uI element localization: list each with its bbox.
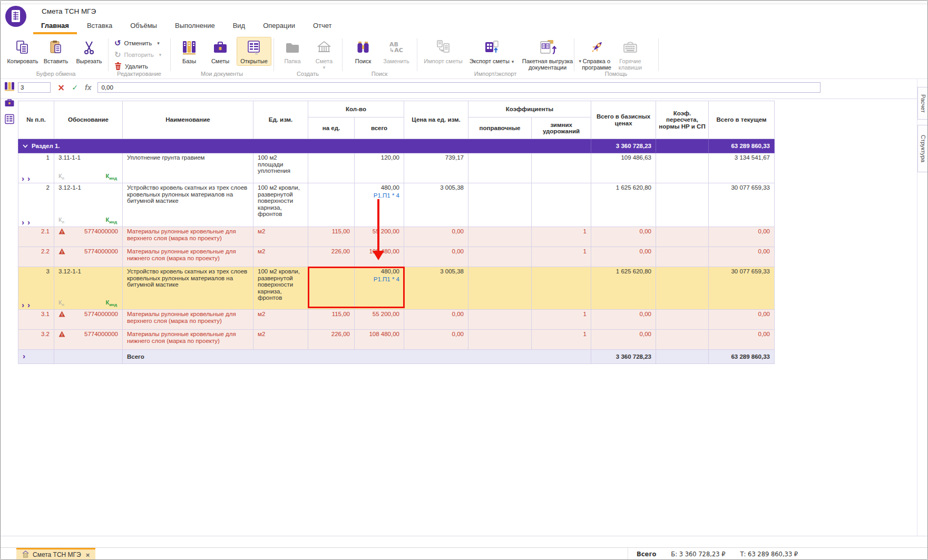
cell-total-base[interactable]: 0,00 [591,227,656,247]
copy-button[interactable]: Копировать [5,37,41,66]
chevron-down-icon[interactable]: ▾ [157,41,160,46]
cell-num[interactable]: 2 ›› [18,183,54,227]
cell-code[interactable]: 3.11-1-1 КпКинд [54,153,123,183]
expand-chevrons-icon[interactable]: ›› [22,219,33,225]
cell-code[interactable]: ! 5774000000 [54,227,123,247]
kp-badge[interactable]: Кп [58,173,64,182]
cell-name[interactable]: Материалы рулонные кровельные для верхне… [123,310,253,330]
side-tab-calculation[interactable]: Расчет [917,87,928,120]
cell-unit[interactable]: 100 м2 кровли, развернутой поверхности к… [253,267,308,310]
qty-formula-link[interactable]: Р1.П1 * 4 [359,192,399,199]
tab-vypolnenie[interactable]: Выполнение [166,19,224,34]
kp-badge[interactable]: Кп [58,217,64,225]
section-row[interactable]: Раздел 1. 3 360 728,23 63 289 860,33 [18,139,775,153]
cell-num[interactable]: 3.1 [18,310,54,330]
cell-coef-corr[interactable] [468,330,532,350]
cell-num[interactable]: 2.2 [18,247,54,267]
cell-qty-per[interactable]: 115,00 [308,310,355,330]
cell-price[interactable]: 3 005,38 [404,183,468,227]
cell-coef-winter[interactable] [532,267,591,310]
cell-qty-per[interactable]: 226,00 [308,247,355,267]
tab-obyomy[interactable]: Объёмы [121,19,166,34]
cell-name[interactable]: Устройство кровель скатных из трех слоев… [123,183,253,227]
cell-total-base[interactable]: 0,00 [591,310,656,330]
cell-expand[interactable]: › [18,350,54,364]
cell-total-current[interactable]: 30 077 659,33 [709,267,775,310]
cell-coef-winter[interactable]: 1 [532,330,591,350]
tab-otchet[interactable]: Отчет [304,19,341,34]
cell-coef-winter[interactable]: 1 [532,247,591,267]
cell-name[interactable]: Материалы рулонные кровельные для нижнег… [123,330,253,350]
cell-unit[interactable]: 100 м2 площади уплотнения [253,153,308,183]
cell-total-current[interactable]: 3 134 541,67 [709,153,775,183]
cut-button[interactable]: Вырезать [72,37,106,66]
cell-coef-winter[interactable]: 1 [532,310,591,330]
cell-total-base[interactable]: 0,00 [591,330,656,350]
total-label-cell[interactable]: Всего [123,350,591,364]
expand-chevrons-icon[interactable]: ›› [22,175,33,182]
cell-total-current[interactable]: 0,00 [709,247,775,267]
cell-code[interactable]: ! 5774000000 [54,247,123,267]
bases-button[interactable]: Базы [174,37,204,66]
cell-price[interactable]: 0,00 [404,310,468,330]
cell-total-base[interactable]: 1 625 620,80 [591,183,656,227]
cell-num[interactable]: 1 ›› [18,153,54,183]
kind-badge[interactable]: Кинд [105,173,117,182]
cell-coef-corr[interactable] [468,247,532,267]
qty-formula-link[interactable]: Р1.П1 * 4 [359,276,399,283]
total-base-cell[interactable]: 3 360 728,23 [591,350,656,364]
open-documents-button[interactable]: Открытые [237,37,271,66]
cell-coef-corr[interactable] [468,153,532,183]
cell-code[interactable]: 3.12-1-1 КпКинд [54,183,123,227]
cell-name[interactable]: Уплотнение грунта гравием [123,153,253,183]
cell-total-base[interactable]: 109 486,63 [591,153,656,183]
kp-badge[interactable]: Кп [58,299,64,308]
cell-num[interactable]: 3 ›› [18,267,54,310]
cell-qty-total[interactable]: 480,00 Р1.П1 * 4 [355,267,404,310]
tab-glavnaya[interactable]: Главная [32,19,78,34]
document-tab[interactable]: Смета ТСН МГЭ × [16,548,95,560]
delete-button[interactable]: Удалить [114,62,148,71]
cell-num[interactable]: 3.2 [18,330,54,350]
section-total-base[interactable]: 3 360 728,23 [591,139,656,153]
cell-unit[interactable]: м2 [253,310,308,330]
undo-button[interactable]: ↺ Отменить ▾ [114,38,160,48]
cell-qty-total[interactable]: 55 200,00 [355,310,404,330]
cell-coef-recalc[interactable] [656,153,709,183]
mini-estimates-icon[interactable] [3,96,16,110]
fx-icon[interactable]: fx [85,83,91,92]
search-button[interactable]: Поиск [348,37,378,66]
export-estimate-button[interactable]: Экспорт сметы▾ [466,37,517,66]
cell-coef-recalc[interactable] [656,267,709,310]
cell-qty-total[interactable]: 120,00 [355,153,404,183]
cell-coef-recalc[interactable] [656,227,709,247]
tab-operacii[interactable]: Операции [254,19,304,34]
cell-total-current[interactable]: 0,00 [709,227,775,247]
cell-coef-winter[interactable]: 1 [532,227,591,247]
cell-unit[interactable]: м2 [253,227,308,247]
cell-empty[interactable] [656,350,709,364]
cell-total-base[interactable]: 0,00 [591,247,656,267]
cell-qty-total[interactable]: 108 480,00 [355,247,404,267]
confirm-icon[interactable]: ✓ [72,83,78,92]
cell-name[interactable]: Устройство кровель скатных из трех слоев… [123,267,253,310]
cell-reference-input[interactable] [18,82,51,93]
cell-code[interactable]: ! 5774000000 [54,330,123,350]
cell-coef-recalc[interactable] [656,183,709,227]
cell-qty-total[interactable]: 55 200,00 [355,227,404,247]
cell-num[interactable]: 2.1 [18,227,54,247]
chevron-down-icon[interactable]: ▾ [512,59,514,64]
cell-coef-corr[interactable] [468,227,532,247]
cell-coef-recalc[interactable] [656,247,709,267]
cell-price[interactable]: 0,00 [404,247,468,267]
cell-qty-total[interactable]: 480,00 Р1.П1 * 4 [355,183,404,227]
batch-export-button[interactable]: Пакетная выгрузка документации ▾ [518,37,577,72]
import-estimate-button[interactable]: Импорт сметы [421,37,465,66]
total-current-cell[interactable]: 63 289 860,33 [709,350,775,364]
new-estimate-button[interactable]: Смета ▾ [308,37,340,72]
section-empty-cell[interactable] [656,139,709,153]
about-button[interactable]: Справка о программе [579,37,614,72]
paste-button[interactable]: Вставить [39,37,73,66]
cell-qty-per[interactable] [308,183,355,227]
new-folder-button[interactable]: Папка [278,37,307,66]
